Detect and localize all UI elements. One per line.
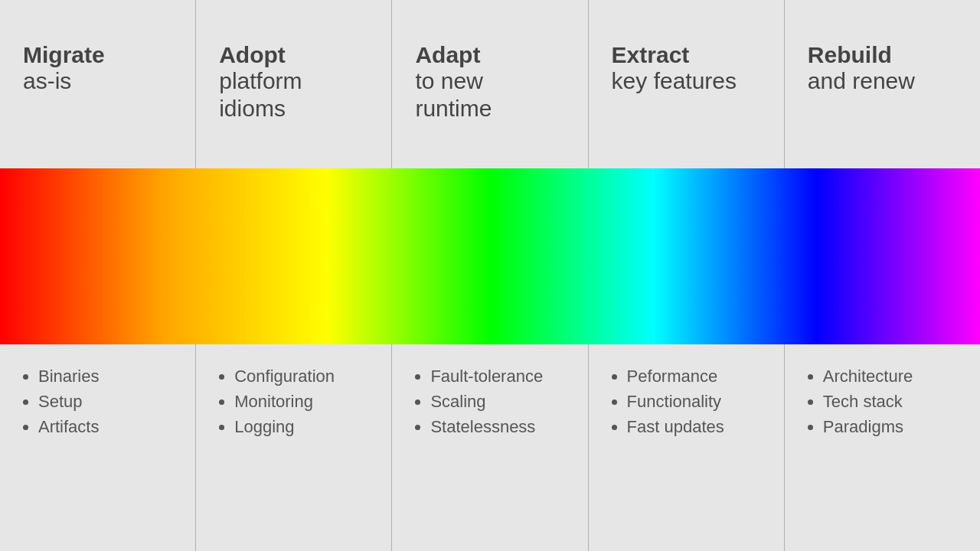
col-bottom-rebuild: ArchitectureTech stackParadigms [785, 344, 980, 551]
main-layout: Migrateas-isAdoptplatform idiomsAdaptto … [0, 0, 980, 551]
col-bottom-adopt: ConfigurationMonitoringLogging [196, 344, 392, 551]
col-subtitle-migrate: as-is [23, 67, 172, 95]
col-top-adopt: Adoptplatform idioms [196, 0, 392, 168]
col-list-adapt: Fault-toleranceScalingStatelessness [415, 364, 564, 439]
col-subtitle-adapt: to new runtime [415, 67, 564, 122]
col-subtitle-adopt: platform idioms [219, 67, 368, 122]
list-item: Peformance [627, 364, 761, 389]
list-item: Architecture [823, 364, 957, 389]
list-item: Setup [38, 389, 172, 414]
list-item: Binaries [38, 364, 172, 389]
col-bottom-extract: PeformanceFunctionalityFast updates [589, 344, 785, 551]
list-item: Functionality [627, 389, 761, 414]
col-top-migrate: Migrateas-is [0, 0, 196, 168]
list-item: Scaling [430, 389, 564, 414]
list-item: Tech stack [823, 389, 957, 414]
col-list-adopt: ConfigurationMonitoringLogging [219, 364, 368, 439]
col-list-rebuild: ArchitectureTech stackParadigms [808, 364, 957, 439]
col-top-adapt: Adaptto new runtime [392, 0, 588, 168]
col-title-migrate: Migrate [23, 42, 172, 67]
col-bottom-migrate: BinariesSetupArtifacts [0, 344, 196, 551]
list-item: Paradigms [823, 414, 957, 439]
col-title-adopt: Adopt [219, 42, 368, 67]
col-subtitle-rebuild: and renew [808, 67, 957, 95]
rainbow-bar [0, 168, 980, 344]
col-list-extract: PeformanceFunctionalityFast updates [612, 364, 761, 439]
col-top-rebuild: Rebuildand renew [785, 0, 980, 168]
col-subtitle-extract: key features [612, 67, 761, 95]
list-item: Configuration [234, 364, 368, 389]
col-list-migrate: BinariesSetupArtifacts [23, 364, 172, 439]
bottom-row: BinariesSetupArtifactsConfigurationMonit… [0, 344, 980, 551]
list-item: Artifacts [38, 414, 172, 439]
list-item: Fault-tolerance [430, 364, 564, 389]
col-top-extract: Extractkey features [589, 0, 785, 168]
col-title-extract: Extract [612, 42, 761, 67]
list-item: Statelessness [430, 414, 564, 439]
col-title-adapt: Adapt [415, 42, 564, 67]
col-bottom-adapt: Fault-toleranceScalingStatelessness [392, 344, 588, 551]
col-title-rebuild: Rebuild [808, 42, 957, 67]
list-item: Monitoring [234, 389, 368, 414]
list-item: Fast updates [627, 414, 761, 439]
top-row: Migrateas-isAdoptplatform idiomsAdaptto … [0, 0, 980, 168]
list-item: Logging [234, 414, 368, 439]
